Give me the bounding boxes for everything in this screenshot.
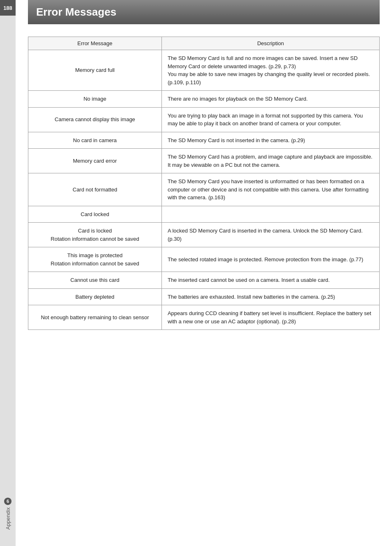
table-row-error-1: No image bbox=[28, 91, 162, 108]
table-row-desc-9: The inserted card cannot be used on a ca… bbox=[161, 272, 379, 289]
main-content: Error Messages Error Message Description… bbox=[16, 0, 392, 346]
table-row-desc-5: The SD Memory Card you have inserted is … bbox=[161, 173, 379, 206]
table-row-desc-2: You are trying to play back an image in … bbox=[161, 107, 379, 132]
table-row-error-8: This image is protected Rotation informa… bbox=[28, 247, 162, 272]
table-row-desc-4: The SD Memory Card has a problem, and im… bbox=[161, 149, 379, 173]
table-row-error-11: Not enough battery remaining to clean se… bbox=[28, 305, 162, 330]
error-table: Error Message Description Memory card fu… bbox=[28, 37, 380, 330]
table-row-error-5: Card not formatted bbox=[28, 173, 162, 206]
table-row-desc-3: The SD Memory Card is not inserted in th… bbox=[161, 132, 379, 149]
table-row-desc-6 bbox=[161, 206, 379, 223]
page-number: 188 bbox=[0, 0, 16, 16]
table-row-error-7: Card is locked Rotation information cann… bbox=[28, 223, 162, 247]
sidebar: 188 Appendix 6 bbox=[0, 0, 16, 546]
table-row-desc-11: Appears during CCD cleaning if battery s… bbox=[161, 305, 379, 330]
table-row-error-0: Memory card full bbox=[28, 50, 162, 91]
table-row-desc-10: The batteries are exhausted. Install new… bbox=[161, 288, 379, 305]
table-row-desc-8: The selected rotated image is protected.… bbox=[161, 247, 379, 272]
table-row-error-9: Cannot use this card bbox=[28, 272, 162, 289]
table-row-desc-7: A locked SD Memory Card is inserted in t… bbox=[161, 223, 379, 247]
table-row-error-6: Card locked bbox=[28, 206, 162, 223]
table-row-error-4: Memory card error bbox=[28, 149, 162, 173]
col-header-description: Description bbox=[161, 37, 379, 50]
table-row-error-3: No card in camera bbox=[28, 132, 162, 149]
col-header-error: Error Message bbox=[28, 37, 162, 50]
table-row-error-10: Battery depleted bbox=[28, 288, 162, 305]
chapter-number: 6 bbox=[4, 498, 12, 505]
sidebar-label: Appendix 6 bbox=[4, 498, 12, 530]
page-header: Error Messages bbox=[28, 0, 380, 24]
table-row-desc-0: The SD Memory Card is full and no more i… bbox=[161, 50, 379, 91]
chapter-label: Appendix bbox=[5, 507, 11, 530]
table-row-error-2: Camera cannot display this image bbox=[28, 107, 162, 132]
page-title: Error Messages bbox=[36, 6, 116, 18]
table-row-desc-1: There are no images for playback on the … bbox=[161, 91, 379, 108]
